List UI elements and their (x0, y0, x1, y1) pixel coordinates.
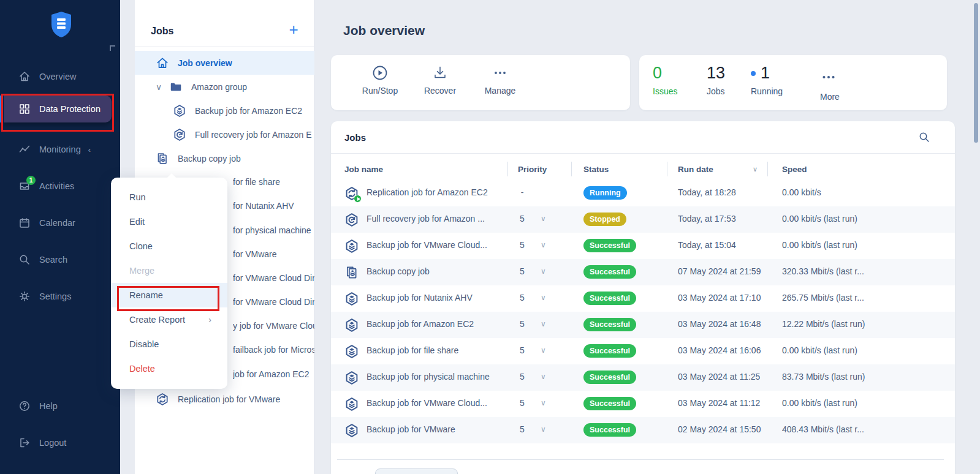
table-row[interactable]: Backup job for file share5∨Successful03 … (331, 338, 955, 364)
add-job-button[interactable]: + (287, 23, 300, 37)
stat-more[interactable]: More (820, 64, 840, 102)
toolbar-button-label: Run/Stop (362, 86, 398, 96)
sidebar-item-overview[interactable]: Overview (0, 63, 120, 90)
stat-issues[interactable]: 0Issues (653, 64, 677, 96)
menu-item-clone[interactable]: Clone (111, 234, 227, 258)
jobs-table-card: Jobs Job namePriorityStatusRun date∨Spee… (331, 121, 955, 474)
search-icon[interactable] (918, 131, 930, 143)
run-date-cell: 03 May 2024 at 11:25 (678, 372, 760, 382)
sidebar-item-calendar[interactable]: Calendar (0, 209, 120, 236)
job-name-cell[interactable]: Backup job for Amazon EC2 (367, 319, 512, 329)
tree-item-occluded[interactable]: y job for VMware Cloud (233, 321, 314, 331)
tree-item-occluded[interactable]: for file share (233, 177, 280, 187)
table-row[interactable]: Replication job for Amazon EC2-RunningTo… (331, 180, 955, 206)
tree-item-job-overview[interactable]: Job overview (135, 51, 314, 75)
backup-job-icon (344, 344, 359, 359)
stat-label: Running (751, 86, 783, 96)
tree-item-occluded[interactable]: for Nutanix AHV (233, 201, 294, 211)
priority-cell: 5 (515, 214, 530, 224)
table-row[interactable]: Full recovery job for Amazon ...5∨Stoppe… (331, 206, 955, 233)
sidebar-item-search[interactable]: Search (0, 246, 120, 273)
sidebar-item-data-protection[interactable]: Data Protection (4, 96, 112, 122)
job-name-cell[interactable]: Backup job for file share (367, 345, 512, 355)
priority-dropdown-icon[interactable]: ∨ (541, 214, 546, 223)
priority-dropdown-icon[interactable]: ∨ (541, 241, 546, 249)
table-row[interactable]: Backup job for Nutanix AHV5∨Successful03… (331, 285, 955, 312)
menu-item-run[interactable]: Run (111, 185, 227, 209)
job-name-cell[interactable]: Backup copy job (367, 266, 512, 276)
column-header-run-date[interactable]: Run date (678, 165, 713, 174)
priority-dropdown-icon[interactable]: ∨ (541, 399, 546, 407)
stat-jobs[interactable]: 13Jobs (707, 64, 725, 96)
run-stop-button[interactable]: Run/Stop (352, 65, 408, 96)
priority-dropdown-icon[interactable]: ∨ (541, 372, 546, 381)
stat-label: Issues (653, 86, 677, 96)
job-name-cell[interactable]: Full recovery job for Amazon ... (367, 214, 512, 224)
job-name-cell[interactable]: Backup job for VMware (367, 424, 512, 434)
table-row[interactable]: Backup job for VMware5∨Successful02 May … (331, 417, 955, 443)
collapse-panel-icon[interactable] (110, 45, 115, 51)
job-name-cell[interactable]: Replication job for Amazon EC2 (367, 187, 512, 197)
menu-item-rename[interactable]: Rename (111, 283, 227, 307)
sidebar-item-help[interactable]: Help (0, 393, 120, 419)
tree-item-backup-copy-job[interactable]: Backup copy job (156, 146, 241, 170)
calendar-icon (18, 217, 31, 229)
tree-item-label: Full recovery job for Amazon E (195, 130, 312, 140)
tree-item-replication-job-for-vmware[interactable]: Replication job for VMware (156, 387, 280, 411)
speed-cell: 12.22 Mbit/s (last run) (782, 319, 923, 329)
vertical-scrollbar[interactable] (974, 3, 978, 143)
column-header-job-name[interactable]: Job name (344, 165, 383, 174)
table-row[interactable]: Backup job for VMware Cloud...5∨Successf… (331, 391, 955, 417)
tree-item-occluded[interactable]: job for Amazon EC2 (233, 369, 310, 379)
manage-button[interactable]: Manage (473, 65, 528, 96)
chevron-left-icon[interactable]: ‹ (88, 145, 91, 154)
sidebar-item-activities[interactable]: 1Activities (0, 173, 120, 200)
menu-item-edit[interactable]: Edit (111, 209, 227, 234)
status-badge: Successful (583, 397, 636, 410)
menu-item-disable[interactable]: Disable (111, 332, 227, 356)
priority-dropdown-icon[interactable]: ∨ (541, 346, 546, 355)
priority-dropdown-icon[interactable]: ∨ (541, 293, 546, 302)
ellipsis-icon (473, 65, 528, 81)
table-row[interactable]: Backup copy job5∨Successful07 May 2024 a… (331, 259, 955, 285)
column-header-priority[interactable]: Priority (518, 165, 547, 174)
table-row[interactable]: Backup job for Amazon EC25∨Successful03 … (331, 312, 955, 338)
tree-item-backup-job-for-amazon-ec2[interactable]: Backup job for Amazon EC2 (173, 99, 302, 122)
sidebar-item-logout[interactable]: Logout (0, 429, 120, 456)
activities-count-badge: 1 (26, 176, 36, 185)
folder-icon (169, 80, 183, 94)
column-header-speed[interactable]: Speed (782, 165, 807, 174)
tree-item-occluded[interactable]: for VMware Cloud Dire (233, 297, 314, 307)
recover-button[interactable]: Recover (412, 65, 468, 96)
tree-item-occluded[interactable]: for VMware Cloud Dire (233, 273, 314, 283)
job-name-cell[interactable]: Backup job for physical machine (367, 372, 512, 382)
column-header-status[interactable]: Status (583, 165, 609, 174)
job-name-cell[interactable]: Backup job for VMware Cloud... (367, 398, 512, 408)
run-date-cell: 03 May 2024 at 17:10 (678, 293, 761, 303)
menu-item-create-report[interactable]: Create Report› (111, 307, 227, 332)
tree-item-full-recovery-job-for-amazon-e[interactable]: Full recovery job for Amazon E (173, 122, 312, 146)
table-row[interactable]: Backup job for physical machine5∨Success… (331, 364, 955, 391)
menu-item-delete[interactable]: Delete (111, 356, 227, 381)
priority-dropdown-icon[interactable]: ∨ (541, 320, 546, 328)
job-name-cell[interactable]: Backup job for Nutanix AHV (367, 293, 512, 303)
menu-item-label: Run (129, 192, 146, 202)
sidebar-item-settings[interactable]: Settings (0, 283, 120, 310)
table-row[interactable]: Backup job for VMware Cloud...5∨Successf… (331, 233, 955, 259)
chevron-down-icon[interactable]: ∨ (156, 82, 163, 92)
priority-dropdown-icon[interactable]: ∨ (541, 425, 546, 434)
tree-item-occluded[interactable]: for VMware (233, 249, 277, 259)
stat-running[interactable]: 1Running (751, 64, 783, 96)
sort-chevron-icon[interactable]: ∨ (753, 165, 758, 173)
pagination-button-partial[interactable] (375, 468, 458, 474)
jobs-table-title: Jobs (344, 132, 366, 143)
tree-item-occluded[interactable]: for physical machine (233, 225, 311, 235)
running-play-badge-icon (354, 195, 362, 203)
job-name-cell[interactable]: Backup job for VMware Cloud... (367, 240, 512, 250)
backup-job-icon (344, 239, 359, 254)
tree-item-occluded[interactable]: failback job for Microso (233, 345, 314, 355)
backup-job-icon (344, 397, 359, 412)
tree-item-amazon-group[interactable]: ∨Amazon group (156, 75, 247, 99)
sidebar-item-monitoring[interactable]: Monitoring‹ (0, 136, 120, 163)
priority-dropdown-icon[interactable]: ∨ (541, 267, 546, 276)
